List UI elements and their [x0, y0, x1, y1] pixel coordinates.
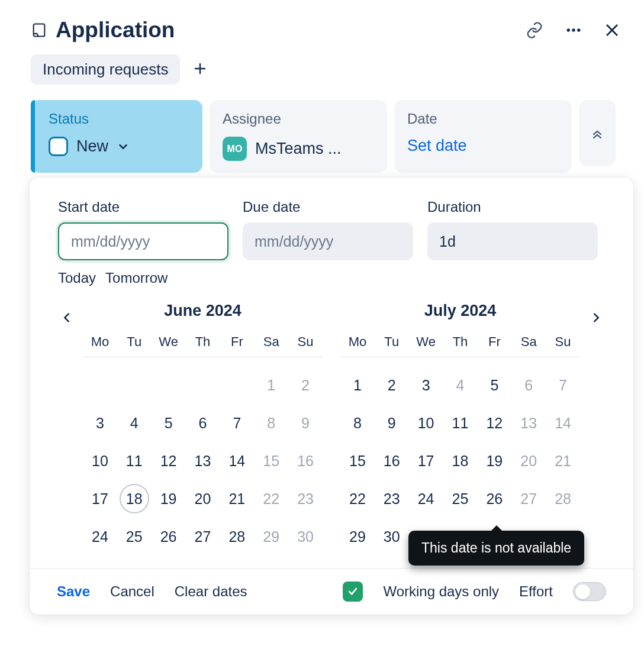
calendar-day[interactable]: 15	[340, 445, 375, 477]
page-title: Application	[56, 18, 517, 43]
svg-point-3	[577, 28, 581, 32]
due-date-input[interactable]	[243, 222, 413, 260]
calendar-day[interactable]: 5	[477, 369, 511, 401]
calendar-day[interactable]: 1	[340, 369, 375, 401]
close-icon[interactable]	[604, 22, 620, 38]
status-checkbox[interactable]	[49, 137, 68, 156]
more-icon[interactable]	[565, 21, 582, 39]
calendar-day[interactable]: 9	[288, 407, 323, 439]
calendar-day[interactable]: 7	[546, 369, 580, 401]
working-days-checkbox[interactable]	[343, 582, 363, 602]
calendar-day[interactable]: 14	[220, 445, 254, 477]
calendar-day[interactable]: 22	[340, 483, 375, 515]
calendar-day[interactable]: 20	[511, 445, 546, 477]
calendar-day[interactable]: 12	[152, 445, 186, 477]
calendar-day[interactable]: 2	[375, 369, 409, 401]
calendar-day[interactable]: 26	[152, 521, 186, 553]
calendar-dow: Sa	[254, 334, 288, 357]
calendar-day[interactable]: 5	[152, 407, 186, 439]
calendar-day[interactable]: 18	[117, 483, 152, 515]
cancel-button[interactable]: Cancel	[110, 583, 154, 600]
calendar-day[interactable]: 28	[220, 521, 254, 553]
date-field[interactable]: Date Set date	[394, 100, 572, 173]
calendar-left: June 2024 MoTuWeThFrSaSu 123456789101112…	[83, 302, 323, 553]
calendar-day[interactable]: 27	[186, 521, 220, 553]
effort-toggle[interactable]	[573, 582, 606, 601]
calendar-empty	[186, 369, 220, 401]
calendar-day[interactable]: 3	[409, 369, 443, 401]
calendar-day[interactable]: 16	[375, 445, 409, 477]
calendar-day[interactable]: 11	[443, 407, 478, 439]
calendar-day[interactable]: 12	[477, 407, 511, 439]
calendar-day[interactable]: 11	[117, 445, 152, 477]
calendar-dow: Tu	[117, 334, 152, 357]
calendar-day[interactable]: 30	[375, 521, 409, 553]
start-date-input[interactable]	[58, 222, 228, 260]
calendar-day[interactable]: 13	[186, 445, 220, 477]
calendar-day[interactable]: 6	[511, 369, 546, 401]
duration-input[interactable]	[427, 222, 598, 260]
calendar-dow: Fr	[477, 334, 511, 357]
calendar-day[interactable]: 1	[254, 369, 288, 401]
calendar-dow: Mo	[83, 334, 117, 357]
calendar-day[interactable]: 30	[288, 521, 323, 553]
calendar-day[interactable]: 23	[375, 483, 409, 515]
calendar-day[interactable]: 19	[477, 445, 511, 477]
clear-dates-button[interactable]: Clear dates	[175, 583, 247, 600]
calendar-day[interactable]: 25	[117, 521, 152, 553]
tomorrow-link[interactable]: Tomorrow	[105, 270, 168, 286]
calendar-day[interactable]: 26	[477, 483, 511, 515]
calendar-dow: Sa	[511, 334, 546, 357]
calendar-day[interactable]: 23	[288, 483, 323, 515]
effort-label: Effort	[519, 583, 553, 600]
calendar-day[interactable]: 4	[443, 369, 478, 401]
calendar-day[interactable]: 10	[83, 445, 117, 477]
calendar-day[interactable]: 8	[340, 407, 375, 439]
calendar-dow: We	[409, 334, 443, 357]
set-date-link[interactable]: Set date	[407, 137, 467, 155]
calendar-day[interactable]: 15	[254, 445, 288, 477]
calendar-day[interactable]: 29	[340, 521, 375, 553]
calendar-day[interactable]: 6	[186, 407, 220, 439]
calendar-day[interactable]: 24	[409, 483, 443, 515]
calendar-day[interactable]: 18	[443, 445, 478, 477]
calendar-day[interactable]: 4	[117, 407, 152, 439]
calendar-day[interactable]: 24	[83, 521, 117, 553]
today-link[interactable]: Today	[58, 270, 96, 286]
calendar-day[interactable]: 19	[152, 483, 186, 515]
calendar-day[interactable]: 16	[288, 445, 323, 477]
add-board-button[interactable]	[193, 59, 207, 80]
calendar-day[interactable]: 22	[254, 483, 288, 515]
calendar-day[interactable]: 2	[288, 369, 323, 401]
calendar-day[interactable]: 13	[511, 407, 546, 439]
calendar-day[interactable]: 7	[220, 407, 254, 439]
calendar-day[interactable]: 20	[186, 483, 220, 515]
calendar-day[interactable]: 9	[375, 407, 409, 439]
calendar-day[interactable]: 17	[83, 483, 117, 515]
board-chip-incoming[interactable]: Incoming requests	[31, 54, 180, 85]
calendar-day[interactable]: 17	[409, 445, 443, 477]
calendar-day[interactable]: 10	[409, 407, 443, 439]
popover-footer: Save Cancel Clear dates Working days onl…	[30, 568, 633, 615]
chevron-down-icon[interactable]	[117, 140, 130, 153]
avatar: MO	[223, 137, 247, 161]
next-month-button[interactable]	[582, 304, 610, 331]
save-button[interactable]: Save	[57, 583, 90, 600]
document-icon	[31, 22, 47, 38]
calendar-day[interactable]: 21	[220, 483, 254, 515]
calendar-dow: We	[152, 334, 186, 357]
calendar-day[interactable]: 8	[254, 407, 288, 439]
status-field[interactable]: Status New	[31, 100, 202, 173]
calendar-day[interactable]: 25	[443, 483, 478, 515]
calendar-day[interactable]: 3	[83, 407, 117, 439]
calendar-day[interactable]: 28	[546, 483, 580, 515]
calendar-day[interactable]: 27	[511, 483, 546, 515]
calendar-day[interactable]: 14	[546, 407, 580, 439]
link-icon[interactable]	[526, 21, 543, 39]
calendar-day[interactable]: 21	[546, 445, 580, 477]
assignee-field[interactable]: Assignee MO MsTeams ...	[210, 100, 387, 173]
collapse-button[interactable]	[579, 100, 616, 166]
start-date-label: Start date	[58, 199, 228, 215]
calendar-day[interactable]: 29	[254, 521, 288, 553]
prev-month-button[interactable]	[53, 304, 80, 331]
